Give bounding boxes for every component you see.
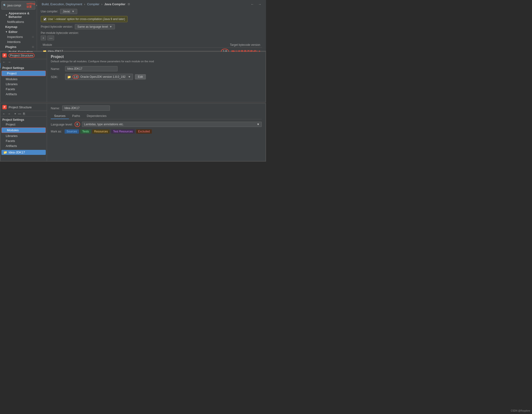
tab-paths[interactable]: Paths [69,113,83,119]
copy-button-bottom[interactable]: ⎘ [23,112,25,116]
compiler-value: Javac [63,10,70,13]
sidebar-label: Intentions [7,40,20,44]
nav-back-bottom[interactable]: ← [2,112,6,116]
mark-tests[interactable]: Tests [80,129,91,134]
project-structure-panel-top: P Project Structure ← → Project Settings… [0,51,266,103]
sidebar-item-libraries-bottom[interactable]: Libraries [0,133,47,138]
edit-button[interactable]: Edit [135,74,146,79]
sidebar-label: Notifications [7,20,24,24]
add-module-button[interactable]: + [41,36,46,40]
toolbar-nav-row: ← → + — ⎘ [0,111,47,117]
expand-icon: ▼ [5,30,8,33]
sidebar-item-artifacts-bottom[interactable]: Artifacts [0,143,47,148]
mark-sources[interactable]: Sources [65,129,79,134]
bytecode-version-row: Project bytecode version: Same as langua… [41,24,262,29]
project-structure-panel-bottom: P Project Structure ← → + — ⎘ Project Se… [0,103,266,162]
section-title-bottom: Project Settings [0,117,47,122]
sidebar-label: Modules [7,128,19,132]
sdk-folder-icon: 📁 [67,75,71,79]
sidebar-item-modules-bottom[interactable]: Modules [1,128,46,133]
module-column-header: Module [43,43,52,47]
release-option-row: Use '--release' option for cross-compila… [41,16,127,22]
sdk-label: SDK: [51,75,65,79]
nav-forward[interactable]: → [8,60,11,64]
sidebar-label: Project [6,123,15,126]
sidebar-label: Facets [6,87,15,91]
sidebar-item-artifacts[interactable]: Artifacts [0,92,47,97]
sdk-dropdown-arrow: ▼ [128,75,131,79]
language-level-row: Language level: 8 Lambdas, type annotati… [51,122,262,127]
sidebar-item-modules[interactable]: Modules [0,77,47,82]
sidebar-label: Appearance & Behavior [9,11,34,19]
module-item[interactable]: 📁 Idea-JDK17 [1,150,46,155]
ps-title-bottom: Project Structure [9,106,32,109]
sidebar-item-facets-bottom[interactable]: Facets [0,138,47,143]
project-structure-main-top: Project Default settings for all modules… [47,52,266,102]
sidebar-label: Artifacts [6,92,17,96]
lang-level-dropdown[interactable]: Lambdas, type annotations etc. ▼ [82,122,262,127]
sidebar-item-project[interactable]: Project [1,71,46,76]
bytecode-dropdown[interactable]: Same as language level ▼ [75,24,115,29]
module-name-row: Name: [51,106,262,111]
remove-button-bottom[interactable]: — [18,112,21,116]
breadcrumb-sep: › [84,2,85,6]
sidebar-item-appearance[interactable]: ▼ Appearance & Behavior [0,11,37,19]
breadcrumb-part2: Compiler [87,2,99,6]
ps-title-text: Project Structure [9,53,35,58]
dropdown-arrow: ▼ [72,10,75,13]
add-button-bottom[interactable]: + [14,112,16,116]
sidebar-item-intentions[interactable]: Intentions [0,39,37,44]
sidebar-item-project-bottom[interactable]: Project [0,122,47,127]
proj-desc: Default settings for all modules. Config… [51,60,262,63]
compiler-dropdown[interactable]: Javac ▼ [60,9,77,14]
nav-forward-bottom[interactable]: → [7,112,10,116]
module-tabs: Sources Paths Dependencies [51,113,262,119]
expand-icon: ▼ [5,14,8,17]
sidebar-item-editor[interactable]: ▼ Editor [0,29,37,34]
sidebar-label: Libraries [6,82,18,86]
sidebar-label: Plugins [5,45,17,49]
settings-main: Build, Execution, Deployment › Compiler … [37,0,266,51]
mark-excluded[interactable]: Excluded [136,129,152,134]
search-input[interactable] [7,4,27,7]
target-column-header: Target bytecode version [230,43,260,47]
breadcrumb-sep: › [101,2,102,6]
release-checkbox[interactable] [43,18,47,21]
add-remove-row: + — [41,36,262,40]
mark-label: Mark as: [51,130,62,133]
sidebar-label: Facets [6,139,15,143]
nav-back[interactable]: ← [2,60,6,64]
module-folder-icon: 📁 [3,151,7,154]
per-module-label: Per-module bytecode version: [41,31,262,35]
sidebar-label: Artifacts [6,144,17,148]
nav-back-arrow[interactable]: ← [251,2,254,6]
nav-forward-arrow[interactable]: → [258,2,261,6]
dropdown-arrow: ▼ [109,25,112,28]
sidebar-label: Modules [6,77,17,81]
tab-dependencies[interactable]: Dependencies [83,113,110,119]
nav-row: ← → [0,59,47,65]
sidebar-item-notifications[interactable]: Notifications [0,19,37,24]
sdk-row: SDK: 📁 1.8 Oracle OpenJDK version 1.8.0_… [51,74,262,80]
search-bar[interactable]: 🔍 setting设置 × [1,1,35,10]
bytecode-value: Same as language level [77,25,108,28]
mark-test-resources[interactable]: Test Resources [111,129,135,134]
project-structure-sidebar-bottom: P Project Structure ← → + — ⎘ Project Se… [0,104,47,161]
sidebar-item-plugins[interactable]: Plugins ⊡ [0,44,37,49]
sidebar-item-inspections[interactable]: Inspections ⊡ [0,34,37,39]
breadcrumb: Build, Execution, Deployment › Compiler … [41,2,262,6]
lang-level-desc: Lambdas, type annotations etc. [84,123,124,126]
project-structure-header: P Project Structure [0,52,47,59]
project-structure-header-bottom: P Project Structure [0,104,47,111]
name-input[interactable] [65,66,117,71]
ps-icon: P [2,53,7,58]
use-compiler-row: Use compiler: Javac ▼ [41,9,262,14]
module-name-input[interactable] [62,106,110,111]
sdk-dropdown[interactable]: 📁 1.8 Oracle OpenJDK version 1.8.0_192 ▼ [65,74,133,80]
tab-sources[interactable]: Sources [51,113,69,119]
sidebar-item-keymap[interactable]: Keymap [0,24,37,29]
sidebar-item-facets[interactable]: Facets [0,87,47,92]
sidebar-item-libraries[interactable]: Libraries [0,82,47,87]
mark-resources[interactable]: Resources [92,129,110,134]
remove-module-button[interactable]: — [48,36,54,40]
